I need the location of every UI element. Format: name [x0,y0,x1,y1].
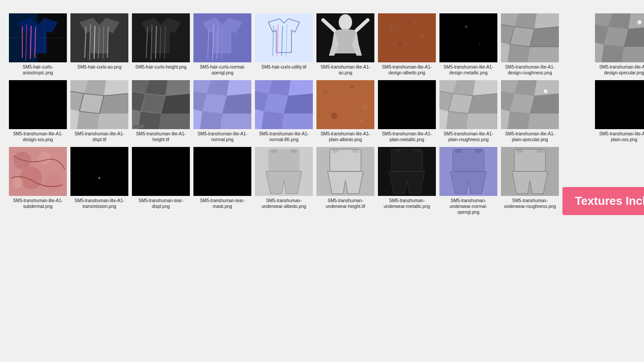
list-item: SM5-hair-curls-normal-opengl.png [193,13,251,76]
list-item: SM5-transhuman-lite-A1-design-metallic.p… [439,13,497,76]
list-item: SM5-transhuman-lite-A1-ao.png [316,13,374,76]
item-label: SM5-transhuman-lite-A1-design-specular.p… [595,64,644,76]
item-label: SM5-transhuman-underwear-albedo.png [255,198,313,209]
svg-rect-107 [352,149,359,153]
list-item: SM5-hair-curls-height.png [132,13,190,76]
item-label: SM5-transhuman-tear-mask.png [193,198,251,209]
item-label: SM5-hair-curls-normal-opengl.png [193,64,251,76]
svg-rect-53 [9,80,67,129]
svg-point-92 [38,151,51,165]
item-label: SM5-hair-curls-utility.tif [262,64,307,70]
svg-rect-78 [378,80,436,129]
list-item: SM5-transhuman-underwear-normal-opengl.p… [439,147,497,215]
list-item: SM5-transhuman-lite-A1-design-roughness.… [501,13,559,76]
item-label: SM5-transhuman-tear-displ.png [132,198,190,209]
item-label: SM5-transhuman-lite-A1-transmission.png [70,198,128,209]
list-item: SM5-transhuman-lite-A1-plain-metallic.pn… [378,80,436,142]
list-item: SM5-transhuman-lite-A1-height.tif [132,80,190,142]
list-item: SM5-transhuman-lite-A1-plain-roughness.p… [439,80,497,142]
list-item: SM5-transhuman-underwear-metallic.png [378,147,436,215]
svg-point-76 [331,113,337,119]
svg-point-42 [479,44,480,45]
svg-point-36 [389,24,394,29]
list-item: SM5-transhuman-lite-A1-transmission.png [70,147,128,215]
svg-rect-98 [132,147,190,196]
item-label: SM5-transhuman-lite-A1-design-albedo.png [378,64,436,76]
item-label: SM5-hair-curls-ao.png [78,64,122,70]
list-item: SM5-hair-curls-ao.png [70,13,128,76]
textures-included-badge: Textures Included [562,187,644,215]
svg-rect-99 [193,147,251,196]
item-label: SM5-transhuman-lite-A1-plain-sss.png [595,131,644,142]
svg-rect-103 [291,149,297,153]
item-label: SM5-transhuman-underwear-height.tif [316,198,374,209]
item-label: SM5-transhuman-lite-A1-plain-roughness.p… [439,131,497,142]
list-item: SM5-transhuman-lite-A1-plain-albedo.png [316,80,374,142]
svg-rect-111 [394,149,400,153]
list-item: SM5-transhuman-lite-A1-subdermal.png [9,147,67,215]
item-label: SM5-transhuman-lite-A1-plain-albedo.png [316,131,374,142]
list-item: SM5-hair-curls-anisotropic.png [9,13,67,76]
list-item: SM5-hair-curls-utility.tif [255,13,313,76]
svg-rect-35 [378,13,436,62]
svg-point-77 [360,119,362,122]
list-item: SM5-transhuman-lite-A1-normal-8K.png [255,80,313,142]
item-label: SM5-transhuman-lite-A1-plain-specular.pn… [501,131,559,142]
list-item: SM5-transhuman-lite-A1-normal.png [193,80,251,142]
list-item: SM5-transhuman-underwear-height.tif [316,147,374,215]
list-item: SM5-transhuman-tear-displ.png [132,147,190,215]
item-label: SM5-transhuman-underwear-roughness.png [501,198,559,209]
item-label: SM5-transhuman-lite-A1-design-roughness.… [501,64,559,76]
svg-rect-116 [455,149,462,153]
svg-point-87 [544,89,547,93]
svg-rect-106 [332,149,339,153]
item-label: SM5-transhuman-lite-A1-design-metallic.p… [439,64,497,76]
list-item: SM5-transhuman-lite-A1-design-sss.png [9,80,67,142]
svg-rect-102 [271,149,277,153]
item-label: SM5-transhuman-lite-A1-ao.png [316,64,374,76]
list-item: SM5-transhuman-lite-A1-plain-sss.png [562,80,644,142]
list-item: SM5-transhuman-lite-A1-design-albedo.png [378,13,436,76]
svg-rect-117 [475,149,482,153]
item-label: SM5-hair-curls-height.png [135,64,186,70]
svg-point-41 [465,25,468,28]
svg-rect-112 [414,149,420,153]
list-item: SM5-transhuman-underwear-roughness.png [501,147,559,215]
svg-point-73 [323,89,328,94]
svg-rect-68 [133,125,144,128]
list-item: SM5-transhuman-tear-mask.png [193,147,251,215]
textures-included-badge-container: Textures Included [562,147,644,215]
item-label: SM5-transhuman-lite-A1-plain-metallic.pn… [378,131,436,142]
list-item: SM5-transhuman-lite-A1-plain-specular.pn… [501,80,559,142]
svg-point-93 [20,167,42,189]
svg-point-52 [637,20,642,24]
svg-rect-27 [255,13,313,62]
svg-rect-40 [439,13,497,62]
list-item: SM5-transhuman-lite-A1-design-specular.p… [562,13,644,76]
list-item: SM5-transhuman-underwear-albedo.png [255,147,313,215]
svg-point-39 [398,42,403,47]
svg-rect-121 [517,149,523,153]
svg-point-75 [363,105,368,109]
svg-point-37 [408,21,410,24]
texture-grid: SM5-hair-curls-anisotropic.png SM5-hair-… [9,13,635,215]
list-item: SM5-transhuman-lite-A1-displ.tif [70,80,128,142]
item-label: SM5-transhuman-lite-A1-design-sss.png [9,131,67,142]
svg-point-95 [12,177,23,188]
item-label: SM5-transhuman-underwear-metallic.png [378,198,436,209]
item-label: SM5-transhuman-lite-A1-height.tif [132,131,190,142]
item-label: SM5-transhuman-lite-A1-subdermal.png [9,198,67,209]
item-label: SM5-transhuman-lite-A1-normal-8K.png [255,131,313,142]
svg-point-33 [339,14,352,30]
item-label: SM5-hair-curls-anisotropic.png [9,64,67,76]
svg-point-74 [350,85,354,89]
item-label: SM5-transhuman-lite-A1-normal.png [193,131,251,142]
svg-rect-96 [70,147,128,196]
svg-point-97 [98,177,100,179]
item-label: SM5-transhuman-underwear-normal-opengl.p… [439,198,497,215]
svg-rect-122 [537,149,543,153]
svg-rect-72 [316,80,374,129]
svg-rect-88 [595,80,644,129]
item-label: SM5-transhuman-lite-A1-displ.tif [70,131,128,142]
svg-point-94 [45,175,62,191]
